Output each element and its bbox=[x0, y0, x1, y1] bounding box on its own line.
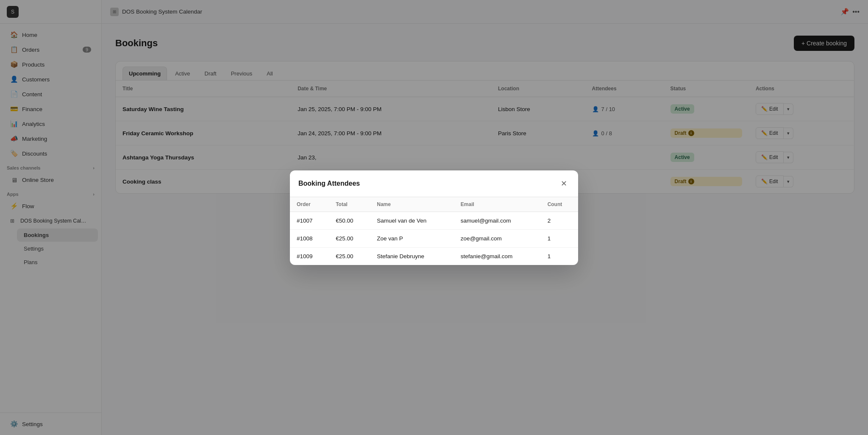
modal-attendee-row: #1007 €50.00 Samuel van de Ven samuel@gm… bbox=[290, 212, 578, 229]
attendees-table: Order Total Name Email Count #1007 €50.0… bbox=[290, 197, 578, 265]
attendee-total: €25.00 bbox=[329, 247, 370, 265]
modal-header: Booking Attendees ✕ bbox=[290, 170, 578, 197]
modal-col-name: Name bbox=[370, 197, 454, 212]
attendee-count: 1 bbox=[541, 247, 578, 265]
modal-col-total: Total bbox=[329, 197, 370, 212]
modal-body: Order Total Name Email Count #1007 €50.0… bbox=[290, 197, 578, 265]
attendee-email: zoe@gmail.com bbox=[454, 229, 541, 247]
attendee-email: stefanie@gmail.com bbox=[454, 247, 541, 265]
modal-col-email: Email bbox=[454, 197, 541, 212]
attendee-order: #1008 bbox=[290, 229, 329, 247]
attendee-total: €25.00 bbox=[329, 229, 370, 247]
modal-close-button[interactable]: ✕ bbox=[558, 178, 570, 189]
attendee-name: Stefanie Debruyne bbox=[370, 247, 454, 265]
attendee-count: 2 bbox=[541, 212, 578, 229]
attendee-count: 1 bbox=[541, 229, 578, 247]
modal-overlay[interactable]: Booking Attendees ✕ Order Total Name Ema… bbox=[0, 0, 868, 435]
modal-title: Booking Attendees bbox=[298, 180, 360, 187]
modal-col-count: Count bbox=[541, 197, 578, 212]
modal-col-order: Order bbox=[290, 197, 329, 212]
modal-attendee-row: #1009 €25.00 Stefanie Debruyne stefanie@… bbox=[290, 247, 578, 265]
modal-attendee-row: #1008 €25.00 Zoe van P zoe@gmail.com 1 bbox=[290, 229, 578, 247]
attendee-name: Zoe van P bbox=[370, 229, 454, 247]
attendee-order: #1007 bbox=[290, 212, 329, 229]
attendee-email: samuel@gmail.com bbox=[454, 212, 541, 229]
attendees-modal: Booking Attendees ✕ Order Total Name Ema… bbox=[290, 170, 578, 265]
attendee-total: €50.00 bbox=[329, 212, 370, 229]
attendee-order: #1009 bbox=[290, 247, 329, 265]
attendee-name: Samuel van de Ven bbox=[370, 212, 454, 229]
